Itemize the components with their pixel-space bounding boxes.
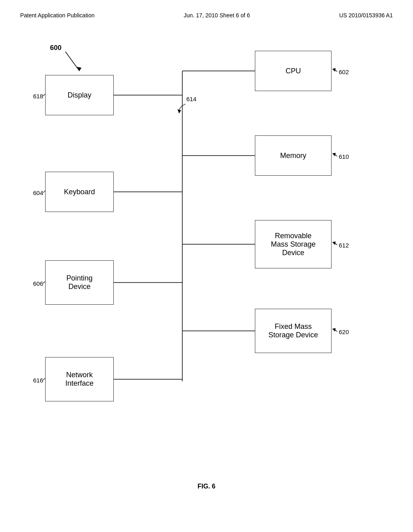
removable-ref: 612 bbox=[339, 242, 349, 249]
svg-marker-19 bbox=[332, 328, 336, 332]
keyboard-box: Keyboard bbox=[45, 172, 114, 212]
header-right: US 2010/0153936 A1 bbox=[339, 12, 393, 19]
pointing-label: Pointing Device bbox=[66, 274, 92, 291]
svg-marker-17 bbox=[332, 153, 336, 156]
network-box: Network Interface bbox=[45, 357, 114, 401]
svg-marker-16 bbox=[332, 68, 336, 72]
keyboard-ref: 604 bbox=[33, 189, 43, 196]
network-ref: 616 bbox=[33, 377, 43, 384]
removable-box: Removable Mass Storage Device bbox=[255, 220, 332, 268]
svg-line-0 bbox=[65, 52, 79, 71]
cpu-label: CPU bbox=[286, 67, 301, 75]
svg-marker-18 bbox=[332, 241, 336, 245]
cpu-box: CPU bbox=[255, 51, 332, 91]
network-label: Network Interface bbox=[65, 371, 94, 388]
memory-label: Memory bbox=[280, 152, 306, 160]
memory-box: Memory bbox=[255, 135, 332, 176]
display-ref: 618 bbox=[33, 93, 43, 100]
pointing-ref: 606 bbox=[33, 280, 43, 287]
fixed-label: Fixed Mass Storage Device bbox=[268, 322, 318, 339]
pointing-box: Pointing Device bbox=[45, 260, 114, 305]
header-left: Patent Application Publication bbox=[20, 12, 94, 19]
memory-ref: 610 bbox=[339, 153, 349, 160]
bus-ref-label: 614 bbox=[186, 96, 196, 102]
page-header: Patent Application Publication Jun. 17, … bbox=[20, 12, 393, 19]
cpu-ref: 602 bbox=[339, 69, 349, 75]
svg-marker-3 bbox=[177, 109, 181, 113]
display-box: Display bbox=[45, 75, 114, 115]
display-label: Display bbox=[67, 91, 91, 100]
header-center: Jun. 17, 2010 Sheet 6 of 6 bbox=[184, 12, 250, 19]
diagram: 600 614 bbox=[25, 27, 388, 490]
removable-label: Removable Mass Storage Device bbox=[271, 232, 315, 257]
fixed-box: Fixed Mass Storage Device bbox=[255, 309, 332, 353]
system-ref-label: 600 bbox=[50, 44, 61, 52]
figure-caption: FIG. 6 bbox=[198, 483, 215, 490]
svg-marker-1 bbox=[77, 67, 81, 71]
fixed-ref: 620 bbox=[339, 328, 349, 335]
keyboard-label: Keyboard bbox=[64, 188, 95, 196]
